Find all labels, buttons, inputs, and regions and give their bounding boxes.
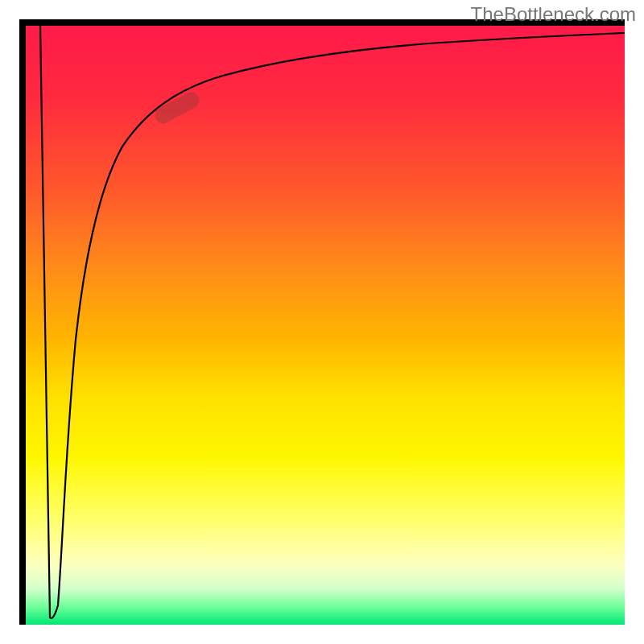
bottleneck-curve bbox=[40, 26, 625, 618]
plot-area bbox=[26, 26, 625, 625]
chart-root: TheBottleneck.com bbox=[0, 0, 644, 644]
watermark-text: TheBottleneck.com bbox=[471, 3, 636, 26]
curve-layer bbox=[26, 26, 625, 625]
plot-frame bbox=[19, 19, 625, 625]
